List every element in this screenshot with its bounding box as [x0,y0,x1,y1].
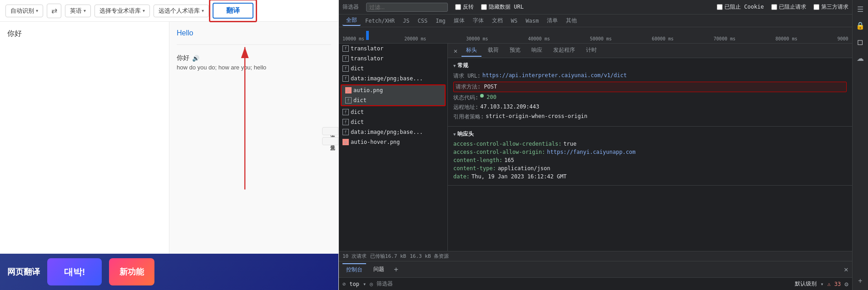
translator-toolbar: 自动识别 ▾ ⇄ 英语 ▾ 选择专业术语库 ▾ 远选个人术语库 ▾ 翻译 [0,0,338,22]
invert-checkbox[interactable] [455,4,461,10]
file-item-dict-3[interactable]: f dict [339,107,447,117]
top-label[interactable]: top [349,281,359,287]
dict-entry-def: how do you do; how are you; hello [177,64,331,71]
file-item-translator-2[interactable]: f translator [339,54,447,64]
resp-header-row-3: content-type: application/json [453,165,847,172]
hide-data-url-checkbox[interactable] [481,4,487,10]
stats-resources: 16.3 kB 条资源 [410,253,449,260]
timeline-marker [366,31,369,40]
blocked-cookie-checkbox[interactable] [717,4,723,10]
circle-icon: ⊘ [342,281,346,287]
tab-wasm[interactable]: Wasm [522,17,542,25]
filter-label: 筛选器 [342,3,359,11]
eye-icon: ◎ [370,281,373,287]
file-item-translator-1[interactable]: f translator [339,44,447,54]
default-level-label[interactable]: 默认级别 [795,280,817,288]
bottom-bar-text: 网页翻译 [7,266,40,277]
file-item-dict-2[interactable]: f dict [342,95,445,105]
invert-checkbox-label[interactable]: 反转 [455,3,474,11]
third-party-checkbox[interactable] [813,4,819,10]
tab-font[interactable]: 字体 [469,16,487,25]
issues-tab[interactable]: 问题 [370,264,388,275]
chevron-down-icon: ▾ [36,8,38,13]
filter-input[interactable] [366,3,448,12]
resp-header-row-4: date: Thu, 19 Jan 2023 16:12:42 GMT [453,173,847,180]
htab-initiator[interactable]: 发起程序 [549,44,580,57]
source-lang-btn[interactable]: 英语 ▾ [65,5,91,17]
devtools-timeline: 10000 ms 20000 ms 30000 ms 40000 ms 5000… [339,27,852,44]
referrer-row: 引用者策略: strict-origin-when-cross-origin [453,113,847,121]
content-area: 你好 ⎘ 🔊 Hello 你好 🔊 how do you do; how are… [0,22,338,290]
add-tab-button[interactable]: + [392,265,401,274]
auto-detect-btn[interactable]: 自动识别 ▾ [5,5,43,17]
blocked-cookie-label[interactable]: 已阻止 Cookie [717,3,764,11]
tab-doc[interactable]: 文档 [488,16,506,25]
hide-data-url-label[interactable]: 隐藏数据 URL [481,3,524,11]
devtools-input-bar: ⊘ top ▾ ◎ 筛选器 默认级别 ▾ ⚠ 33 ⚙ [339,277,852,290]
file-item-dict-4[interactable]: f dict [339,117,447,127]
filter-bar-label: 筛选器 [377,280,393,288]
feedback-btn[interactable]: 意见反馈 [322,137,338,145]
bottom-img1: 대박! [47,258,102,285]
tab-css[interactable]: CSS [414,17,431,25]
resp-header-row-1: access-control-allow-origin: https://fan… [453,149,847,155]
swap-languages-button[interactable]: ⇄ [47,4,61,18]
request-url-value: https://api.interpreter.caiyunai.com/v1/… [482,72,627,80]
tab-img[interactable]: Img [432,17,449,25]
file-item-data-image-2[interactable]: f data:image/png;base... [339,127,447,137]
devtools-icon-2[interactable]: 🔒 [855,20,866,31]
tab-manifest[interactable]: 清单 [543,16,561,25]
devtools-icon-1[interactable]: ☰ [855,4,866,15]
devtools-icon-5[interactable]: + [855,275,866,286]
level-dropdown-icon[interactable]: ▾ [820,281,823,287]
file-icon: f [342,45,349,52]
tab-all[interactable]: 全部 [342,15,361,26]
file-icon: f [342,75,349,82]
htab-timing[interactable]: 计时 [581,44,601,57]
dropdown-icon[interactable]: ▾ [363,281,366,287]
devtools-icon-3[interactable]: ◻ [855,36,866,47]
error-badge[interactable]: ⚠ [828,281,831,287]
response-headers-title: 响应头 [453,130,847,138]
stats-requests: 10 次请求 [342,253,367,260]
tab-ws[interactable]: WS [507,17,521,25]
remote-addr-value: 47.103.132.209:443 [480,103,539,111]
console-tab[interactable]: 控制台 [342,263,366,275]
blocked-request-checkbox[interactable] [771,4,777,10]
htab-payload[interactable]: 载荷 [483,44,503,57]
file-item-dict-1[interactable]: f dict [339,64,447,74]
file-item-autio-hover[interactable]: p autio-hover.png [339,137,447,147]
htab-headers[interactable]: 标头 [461,44,481,57]
tab-media[interactable]: 媒体 [450,16,468,25]
tab-other[interactable]: 其他 [562,16,580,25]
professional-term-btn[interactable]: 选择专业术语库 ▾ [94,5,150,17]
close-button[interactable]: ✕ [451,47,460,55]
devtools-stats-bar: 10 次请求 已传输16.7 kB 16.3 kB 条资源 [339,251,852,261]
file-icon: f [345,97,352,103]
status-code-row: 状态代码: 200 [453,94,847,102]
console-input[interactable] [397,281,791,287]
personal-term-btn[interactable]: 远选个人术语库 ▾ [154,5,209,17]
settings-icon[interactable]: ⚙ [844,280,848,288]
third-party-label[interactable]: 第三方请求 [813,3,848,11]
tab-fetch-xhr[interactable]: Fetch/XHR [362,17,398,25]
file-item-data-image-1[interactable]: f data:image/png;base... [339,74,447,84]
devtools-icon-4[interactable]: ☁ [855,53,866,64]
translate-button[interactable]: 翻译 [213,3,253,19]
translator-panel: 自动识别 ▾ ⇄ 英语 ▾ 选择专业术语库 ▾ 远选个人术语库 ▾ 翻译 你好 … [0,0,339,290]
close-devtools-button[interactable]: ✕ [844,265,848,274]
file-icon: f [342,65,349,72]
file-item-autio-png[interactable]: p autio.png [342,85,445,95]
devtools-type-tabs: 全部 Fetch/XHR JS CSS Img 媒体 字体 文档 WS Wasm… [339,15,852,27]
htab-preview[interactable]: 预览 [505,44,525,57]
dict-sound-icon[interactable]: 🔊 [192,55,199,62]
general-section: 常规 请求 URL: https://api.interpreter.caiyu… [448,58,852,127]
file-icon: f [342,109,349,115]
blocked-request-label[interactable]: 已阻止请求 [771,3,806,11]
request-url-row: 请求 URL: https://api.interpreter.caiyunai… [453,72,847,80]
htab-response[interactable]: 响应 [527,44,547,57]
enterprise-consulting-btn[interactable]: 企业咨询 [322,127,338,135]
tab-js[interactable]: JS [399,17,413,25]
devtools-filter-bar: 筛选器 反转 隐藏数据 URL 已阻止 Cookie 已阻止请求 第三方请求 [339,0,852,15]
general-title: 常规 [453,62,847,69]
